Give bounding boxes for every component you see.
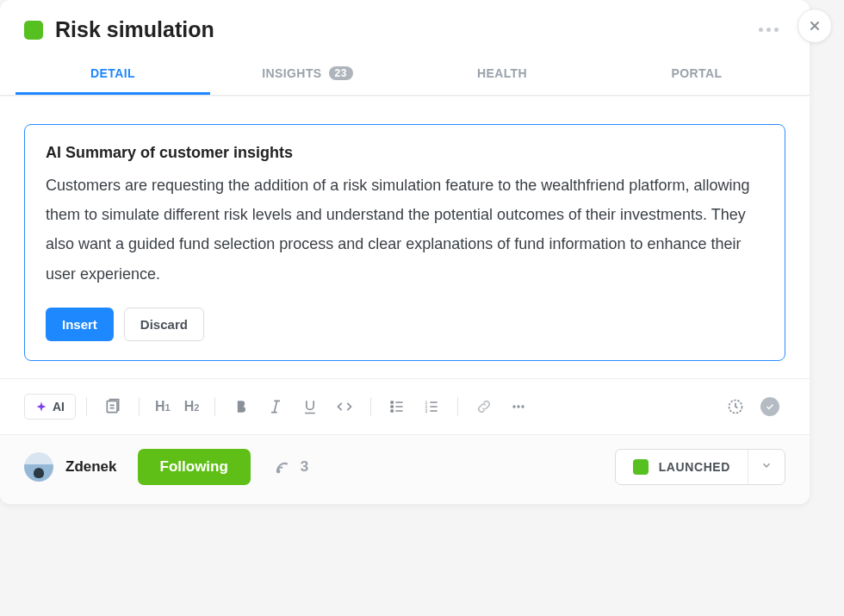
more-icon — [510, 398, 527, 415]
underline-icon — [301, 398, 319, 415]
check-circle-icon — [760, 397, 779, 416]
discard-button[interactable]: Discard — [124, 308, 204, 341]
svg-point-7 — [513, 405, 516, 408]
toolbar-divider — [86, 397, 87, 416]
ai-summary-box: AI Summary of customer insights Customer… — [24, 124, 785, 361]
italic-button[interactable] — [260, 393, 291, 420]
status-label: LAUNCHED — [659, 460, 730, 474]
bold-icon — [233, 398, 250, 415]
insights-count-badge: 23 — [329, 66, 353, 80]
footer: Zdenek Following 3 LAUNCHED — [0, 434, 810, 504]
link-icon — [475, 398, 493, 415]
heading2-button[interactable]: H2 — [179, 395, 205, 418]
numbered-list-icon: 123 — [423, 398, 440, 415]
editor-toolbar: AI H1 H2 — [24, 393, 785, 420]
svg-point-8 — [518, 405, 520, 408]
dot-icon — [766, 28, 771, 32]
italic-icon — [267, 398, 284, 415]
tabs: DETAIL INSIGHTS 23 HEALTH PORTAL — [0, 54, 810, 96]
ai-toolbar-button[interactable]: AI — [24, 394, 76, 420]
tab-health[interactable]: HEALTH — [405, 54, 599, 95]
svg-point-1 — [391, 401, 394, 404]
svg-rect-0 — [107, 401, 117, 412]
link-button[interactable] — [469, 393, 500, 420]
page-title: Risk simulation — [55, 17, 740, 42]
bullet-list-icon — [388, 398, 406, 415]
header: Risk simulation — [0, 0, 810, 54]
ai-summary-actions: Insert Discard — [46, 308, 764, 341]
code-button[interactable] — [329, 393, 360, 420]
dot-icon — [759, 28, 763, 32]
followers-button[interactable]: 3 — [275, 458, 308, 476]
svg-point-9 — [522, 405, 524, 408]
approve-button[interactable] — [754, 393, 785, 420]
svg-point-3 — [391, 410, 394, 413]
chevron-down-icon — [760, 459, 773, 471]
ai-summary-title: AI Summary of customer insights — [46, 144, 764, 162]
tab-portal[interactable]: PORTAL — [599, 54, 794, 95]
insert-button[interactable]: Insert — [46, 308, 114, 341]
dot-icon — [774, 28, 779, 32]
content-area: AI Summary of customer insights Customer… — [0, 96, 810, 378]
sparkle-icon — [35, 401, 47, 413]
toolbar-divider — [139, 397, 140, 416]
status-dropdown: LAUNCHED — [615, 449, 785, 485]
svg-point-2 — [391, 406, 394, 408]
feature-card: Risk simulation DETAIL INSIGHTS 23 HEALT… — [0, 0, 810, 504]
ai-summary-body: Customers are requesting the addition of… — [46, 171, 764, 289]
code-icon — [336, 398, 353, 415]
heading1-button[interactable]: H1 — [150, 395, 176, 418]
bold-button[interactable] — [226, 393, 257, 420]
template-button[interactable] — [97, 393, 128, 420]
history-icon — [727, 398, 744, 415]
close-icon — [808, 19, 822, 33]
follow-button[interactable]: Following — [138, 449, 251, 485]
tab-label: INSIGHTS — [262, 66, 321, 80]
status-color-indicator — [633, 459, 649, 475]
followers-icon — [275, 458, 292, 476]
tab-insights[interactable]: INSIGHTS 23 — [210, 54, 405, 95]
history-button[interactable] — [720, 393, 751, 420]
svg-text:3: 3 — [425, 408, 428, 413]
close-button[interactable] — [797, 9, 832, 43]
svg-point-11 — [277, 470, 280, 473]
owner-avatar[interactable] — [24, 452, 53, 482]
template-icon — [104, 398, 121, 415]
status-button[interactable]: LAUNCHED — [616, 450, 748, 484]
bullet-list-button[interactable] — [382, 393, 413, 420]
followers-count: 3 — [301, 458, 308, 476]
ai-toolbar-label: AI — [53, 400, 65, 414]
underline-button[interactable] — [295, 393, 326, 420]
tab-label: DETAIL — [90, 66, 135, 80]
feature-color-indicator — [24, 21, 43, 40]
editor-toolbar-wrap: AI H1 H2 — [0, 378, 810, 434]
more-actions-button[interactable] — [752, 21, 785, 39]
toolbar-divider — [370, 397, 371, 416]
tab-detail[interactable]: DETAIL — [16, 54, 210, 95]
owner-name: Zdenek — [65, 458, 117, 476]
toolbar-divider — [457, 397, 458, 416]
toolbar-divider — [214, 397, 215, 416]
more-formatting-button[interactable] — [503, 393, 534, 420]
status-caret-button[interactable] — [748, 450, 785, 484]
tab-label: HEALTH — [477, 66, 527, 80]
numbered-list-button[interactable]: 123 — [416, 393, 447, 420]
tab-label: PORTAL — [672, 66, 723, 80]
